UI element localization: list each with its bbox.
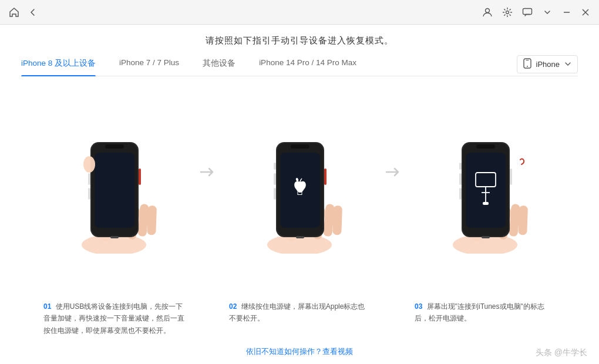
expand-icon[interactable] — [541, 6, 553, 18]
svg-rect-58 — [483, 202, 489, 205]
phone-illustration-2:  — [241, 130, 358, 254]
svg-rect-21 — [139, 168, 141, 185]
chevron-down-icon — [564, 60, 571, 68]
svg-rect-44 — [518, 205, 528, 235]
tab-iphone8[interactable]: iPhone 8 及以上设备 — [21, 52, 107, 76]
svg-rect-52 — [510, 168, 512, 185]
close-button[interactable] — [580, 7, 591, 18]
steps-desc-row: 01 使用USB线将设备连接到电脑，先按一下音量加键，再快速按一下音量减键，然后… — [21, 296, 578, 342]
svg-rect-35 — [274, 188, 276, 200]
help-video-link[interactable]: 依旧不知道如何操作？查看视频 — [246, 348, 353, 356]
svg-rect-19 — [88, 173, 90, 185]
svg-rect-37 — [296, 236, 304, 238]
svg-rect-22 — [110, 236, 119, 238]
title-bar-left — [8, 6, 39, 18]
phones-row:  — [21, 82, 578, 296]
title-bar — [0, 0, 599, 25]
phone-small-icon — [523, 58, 531, 70]
svg-rect-32 — [291, 144, 309, 149]
arrow-1 — [196, 161, 217, 187]
device-label: iPhone — [536, 60, 560, 69]
arrow-2 — [382, 161, 403, 187]
tab-iphone7[interactable]: iPhone 7 / 7 Plus — [107, 52, 191, 76]
svg-rect-48 — [476, 144, 495, 149]
home-icon[interactable] — [8, 6, 20, 18]
svg-rect-34 — [274, 173, 276, 185]
svg-rect-36 — [324, 168, 327, 185]
chat-icon[interactable] — [521, 6, 533, 18]
watermark: 头条 @牛学长 — [536, 348, 587, 358]
phone-illustration-3 — [426, 130, 544, 254]
svg-rect-53 — [482, 236, 490, 238]
phone-illustration-1 — [55, 130, 173, 254]
svg-rect-51 — [459, 188, 462, 200]
svg-rect-20 — [88, 188, 90, 200]
svg-point-7 — [527, 66, 528, 67]
steps-area:  — [21, 76, 578, 342]
settings-icon[interactable] — [502, 6, 513, 18]
tab-other[interactable]: 其他设备 — [191, 52, 247, 76]
main-content: 请按照如下指引手动引导设备进入恢复模式。 iPhone 8 及以上设备 iPho… — [0, 25, 599, 364]
phone-step-1 — [43, 130, 184, 254]
svg-point-1 — [506, 11, 509, 14]
tabs-row: iPhone 8 及以上设备 iPhone 7 / 7 Plus 其他设备 iP… — [21, 52, 578, 76]
device-selector[interactable]: iPhone — [517, 55, 578, 73]
svg-rect-33 — [274, 163, 276, 170]
svg-rect-2 — [523, 8, 532, 14]
svg-point-23 — [83, 156, 95, 173]
minimize-button[interactable] — [561, 7, 572, 18]
phone-step-3 — [415, 130, 556, 254]
user-icon[interactable] — [482, 6, 493, 18]
step-desc-3: 03 屏幕出现"连接到iTunes或电脑"的标志后，松开电源键。 — [415, 301, 556, 336]
tab-iphone14[interactable]: iPhone 14 Pro / 14 Pro Max — [247, 52, 368, 76]
tabs: iPhone 8 及以上设备 iPhone 7 / 7 Plus 其他设备 iP… — [21, 52, 517, 76]
svg-rect-16 — [95, 153, 134, 228]
svg-point-0 — [486, 8, 490, 12]
svg-rect-28 — [332, 205, 342, 235]
phone-step-2:  — [229, 130, 370, 254]
step-desc-2: 02 继续按住电源键，屏幕出现Apple标志也不要松开。 — [229, 301, 370, 336]
title-bar-right — [482, 6, 591, 18]
svg-rect-50 — [459, 173, 462, 185]
svg-rect-13 — [147, 205, 157, 235]
footer: 依旧不知道如何操作？查看视频 — [21, 342, 578, 364]
step-desc-1: 01 使用USB线将设备连接到电脑，先按一下音量加键，再快速按一下音量减键，然后… — [43, 301, 184, 336]
back-icon[interactable] — [27, 6, 39, 18]
instruction-text: 请按照如下指引手动引导设备进入恢复模式。 — [206, 35, 393, 45]
instruction-header: 请按照如下指引手动引导设备进入恢复模式。 — [21, 25, 578, 52]
svg-rect-17 — [105, 144, 124, 149]
svg-rect-49 — [459, 163, 462, 170]
